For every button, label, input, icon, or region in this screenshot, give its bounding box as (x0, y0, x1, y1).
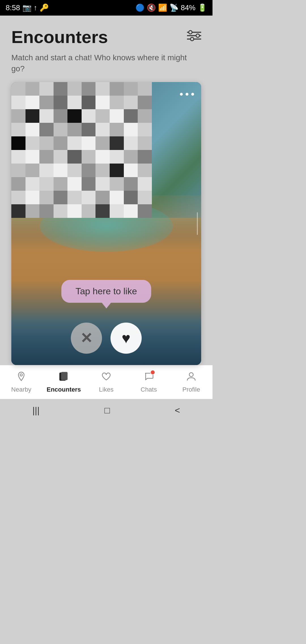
android-menu-button[interactable]: ||| (33, 405, 40, 416)
battery: 84% (181, 3, 196, 12)
wifi-icon: 📶 (158, 3, 167, 12)
svg-point-7 (186, 93, 188, 96)
bluetooth-icon: 🔵 (135, 3, 144, 12)
mute-icon: 🔇 (147, 3, 156, 12)
key-icon: 🔑 (40, 3, 49, 12)
profile-label: Profile (182, 386, 200, 393)
battery-icon: 🔋 (198, 3, 207, 12)
svg-point-4 (196, 34, 199, 37)
chats-label: Chats (141, 386, 157, 393)
status-left: 8:58 📷 ↑ 🔑 (6, 3, 49, 12)
nearby-label: Nearby (11, 386, 31, 393)
svg-rect-11 (61, 372, 67, 380)
android-home-button[interactable]: □ (104, 405, 110, 416)
upload-icon: ↑ (34, 3, 37, 12)
face-blur-overlay (11, 82, 152, 218)
nav-encounters[interactable]: Encounters (42, 371, 85, 393)
svg-point-12 (189, 373, 193, 377)
time: 8:58 (6, 3, 20, 12)
like-tooltip[interactable]: Tap here to like (61, 280, 151, 303)
signal-icon: 📡 (169, 3, 178, 12)
dislike-button[interactable]: ✕ (71, 323, 102, 354)
likes-label: Likes (99, 386, 113, 393)
chats-icon (143, 371, 154, 384)
status-bar: 8:58 📷 ↑ 🔑 🔵 🔇 📶 📡 84% 🔋 (0, 0, 212, 16)
dislike-icon: ✕ (80, 330, 93, 347)
filter-icon[interactable] (187, 30, 201, 44)
encounters-label: Encounters (46, 386, 81, 393)
nav-likes[interactable]: Likes (85, 371, 128, 393)
likes-icon (101, 371, 112, 384)
svg-point-6 (180, 93, 183, 96)
encounter-card[interactable]: Tap here to like ✕ ♥ (11, 82, 201, 365)
card-image: Tap here to like ✕ ♥ (11, 82, 201, 365)
bottom-nav: Nearby Encounters Likes Chats (0, 365, 212, 399)
card-menu-button[interactable] (178, 88, 196, 100)
nav-chats[interactable]: Chats (128, 371, 170, 393)
page-title: Encounters (11, 27, 108, 47)
camera-icon: 📷 (22, 3, 31, 12)
svg-point-8 (191, 93, 194, 96)
scroll-indicator (197, 212, 198, 235)
subtitle: Match and start a chat! Who knows where … (11, 52, 201, 74)
nav-nearby[interactable]: Nearby (0, 371, 42, 393)
nav-profile[interactable]: Profile (170, 371, 212, 393)
page-header: Encounters (11, 27, 201, 47)
encounters-icon (58, 371, 69, 384)
android-nav: ||| □ < (0, 399, 212, 422)
svg-point-5 (190, 37, 194, 41)
main-content: Encounters Match and start a chat! Who k… (0, 16, 212, 365)
action-buttons: ✕ ♥ (71, 323, 142, 354)
nearby-icon (16, 371, 27, 384)
profile-icon (186, 371, 197, 384)
svg-point-3 (189, 31, 192, 34)
like-button[interactable]: ♥ (110, 323, 142, 354)
android-back-button[interactable]: < (175, 405, 180, 416)
svg-point-9 (20, 374, 22, 376)
status-right: 🔵 🔇 📶 📡 84% 🔋 (135, 3, 207, 12)
like-icon: ♥ (122, 330, 131, 347)
